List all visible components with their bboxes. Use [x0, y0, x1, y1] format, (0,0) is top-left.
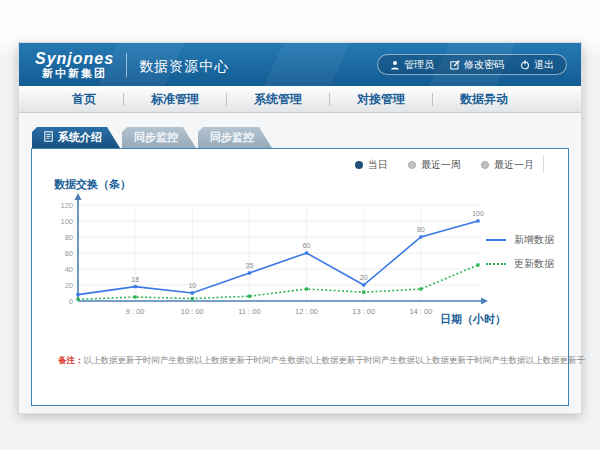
radio-unselected-icon	[481, 161, 489, 169]
header: Synjones 新中新集团 数据资源中心 管理员 修改密码	[19, 43, 581, 86]
header-divider	[126, 53, 127, 77]
power-icon	[520, 60, 530, 70]
svg-text:80: 80	[65, 233, 73, 242]
svg-text:35: 35	[246, 262, 254, 269]
nav-item-home[interactable]: 首页	[45, 91, 123, 108]
user-icon	[390, 60, 400, 70]
edit-icon	[450, 60, 460, 70]
tab-label: 同步监控	[134, 130, 178, 145]
svg-text:13 : 00: 13 : 00	[352, 307, 375, 316]
user-menu: 管理员 修改密码 退出	[377, 54, 567, 75]
nav-item-interface[interactable]: 对接管理	[330, 91, 432, 108]
nav-item-standards[interactable]: 标准管理	[124, 91, 226, 108]
x-axis-title: 日期（小时）	[440, 312, 506, 327]
user-menu-label: 管理员	[404, 58, 434, 72]
radio-unselected-icon	[408, 161, 416, 169]
main-nav: 首页 标准管理 系统管理 对接管理 数据异动	[19, 86, 581, 113]
tab-sync-monitor-1[interactable]: 同步监控	[122, 127, 196, 148]
svg-text:10: 10	[188, 282, 196, 289]
radio-last-week[interactable]: 最近一周	[408, 158, 461, 172]
logout-button[interactable]: 退出	[520, 58, 554, 72]
series-legend: 新增数据 更新数据	[486, 233, 554, 271]
svg-text:18: 18	[131, 276, 139, 283]
svg-text:100: 100	[60, 217, 73, 226]
solid-line-swatch	[486, 239, 506, 241]
time-range-filter: 当日 最近一周 最近一月	[355, 158, 534, 172]
tab-label: 同步监控	[210, 130, 254, 145]
legend-item-new-data[interactable]: 新增数据	[486, 233, 554, 247]
svg-text:20: 20	[360, 274, 368, 281]
radio-label: 当日	[368, 158, 388, 172]
logo-cn: 新中新集团	[35, 67, 114, 79]
svg-text:14 : 00: 14 : 00	[409, 307, 432, 316]
line-chart: 0204060801001209 : 0010 : 0011 : 0012 : …	[44, 191, 496, 323]
svg-text:80: 80	[417, 226, 425, 233]
logo[interactable]: Synjones 新中新集团	[35, 50, 114, 80]
tab-sync-monitor-2[interactable]: 同步监控	[198, 127, 272, 148]
panel-right-divider	[543, 155, 544, 173]
y-axis-title: 数据交换（条）	[54, 177, 131, 192]
tab-label: 系统介绍	[58, 130, 102, 145]
svg-text:60: 60	[303, 242, 311, 249]
legend-label: 更新数据	[514, 257, 554, 271]
tab-system-intro[interactable]: 系统介绍	[32, 127, 120, 148]
app-window: Synjones 新中新集团 数据资源中心 管理员 修改密码	[18, 42, 582, 414]
footnote-text: 以上数据更新于时间产生数据以上数据更新于时间产生数据以上数据更新于时间产生数据以…	[84, 355, 586, 365]
nav-item-data-change[interactable]: 数据异动	[433, 91, 535, 108]
radio-label: 最近一周	[421, 158, 461, 172]
svg-text:12 : 00: 12 : 00	[295, 307, 318, 316]
user-menu-label: 修改密码	[464, 58, 504, 72]
user-menu-label: 退出	[534, 58, 554, 72]
svg-text:10 : 00: 10 : 00	[181, 307, 204, 316]
legend-item-updated-data[interactable]: 更新数据	[486, 257, 554, 271]
svg-text:40: 40	[65, 265, 73, 274]
svg-text:120: 120	[60, 201, 73, 210]
svg-text:9 : 00: 9 : 00	[126, 307, 145, 316]
nav-item-system[interactable]: 系统管理	[227, 91, 329, 108]
legend-label: 新增数据	[514, 233, 554, 247]
logo-en: Synjones	[35, 50, 114, 68]
document-icon	[44, 131, 53, 144]
chart-panel: 当日 最近一周 最近一月 数据交换（条） 0204060801001209 : …	[31, 148, 569, 406]
footnote-label: 备注：	[58, 355, 84, 365]
svg-text:11 : 00: 11 : 00	[238, 307, 260, 316]
radio-last-month[interactable]: 最近一月	[481, 158, 534, 172]
svg-text:60: 60	[65, 249, 73, 258]
radio-selected-icon	[355, 161, 363, 169]
content-area: 系统介绍 同步监控 同步监控 当日 最近一周	[19, 113, 581, 406]
svg-text:0: 0	[69, 297, 73, 306]
change-password-button[interactable]: 修改密码	[450, 58, 504, 72]
dotted-line-swatch	[486, 263, 506, 265]
radio-today[interactable]: 当日	[355, 158, 388, 172]
radio-label: 最近一月	[494, 158, 534, 172]
footnote: 备注：以上数据更新于时间产生数据以上数据更新于时间产生数据以上数据更新于时间产生…	[58, 355, 585, 367]
page-title: 数据资源中心	[139, 58, 229, 76]
svg-text:100: 100	[472, 210, 484, 217]
chart-wrap: 0204060801001209 : 0010 : 0011 : 0012 : …	[44, 191, 496, 327]
tab-bar: 系统介绍 同步监控 同步监控	[32, 127, 569, 148]
svg-text:20: 20	[65, 281, 73, 290]
admin-user-button[interactable]: 管理员	[390, 58, 434, 72]
